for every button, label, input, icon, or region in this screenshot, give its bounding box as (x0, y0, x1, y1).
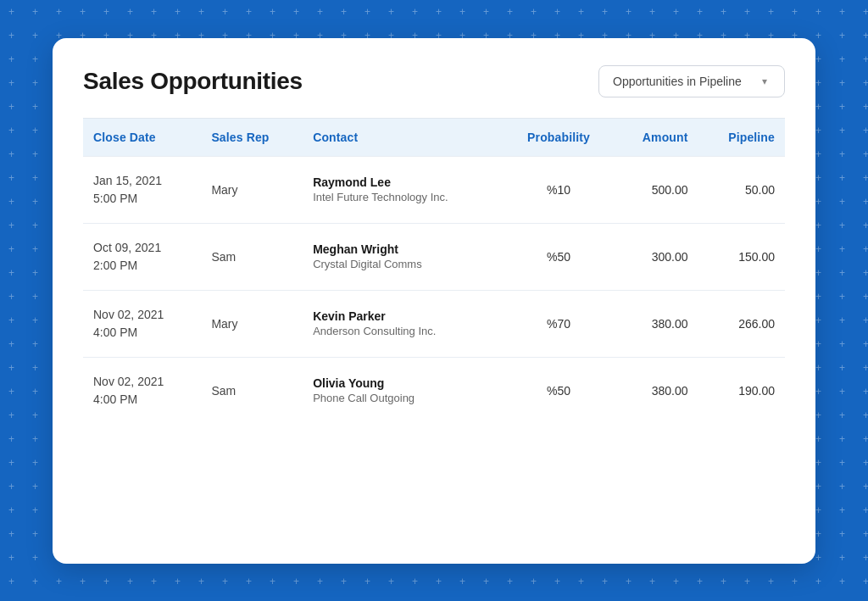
amount-value: 380.00 (652, 317, 688, 331)
cell-amount: 300.00 (613, 223, 698, 290)
col-pipeline[interactable]: Pipeline (698, 119, 785, 157)
cell-amount: 380.00 (613, 357, 698, 424)
sales-rep-value: Mary (211, 183, 237, 197)
cell-probability: %50 (504, 223, 612, 290)
contact-company-value: Phone Call Outgoing (313, 392, 494, 404)
probability-value: %50 (547, 250, 570, 264)
close-date-value: Oct 09, 20212:00 PM (93, 239, 191, 275)
probability-value: %70 (547, 317, 570, 331)
cell-sales-rep: Mary (201, 290, 303, 357)
pipeline-value: 190.00 (738, 384, 775, 398)
cell-amount: 380.00 (613, 290, 698, 357)
close-date-value: Nov 02, 20214:00 PM (93, 373, 191, 409)
cell-pipeline: 150.00 (698, 223, 785, 290)
col-contact[interactable]: Contact (303, 119, 504, 157)
close-date-value: Nov 02, 20214:00 PM (93, 306, 191, 342)
sales-rep-value: Mary (211, 317, 237, 331)
opportunities-table: Close Date Sales Rep Contact Probability… (83, 119, 785, 424)
sales-rep-value: Sam (211, 250, 236, 264)
cell-contact: Olivia Young Phone Call Outgoing (303, 357, 504, 424)
cell-amount: 500.00 (613, 156, 698, 223)
cell-pipeline: 266.00 (698, 290, 785, 357)
cell-sales-rep: Mary (201, 156, 303, 223)
col-probability[interactable]: Probability (504, 119, 612, 157)
amount-value: 300.00 (652, 250, 688, 264)
cell-probability: %50 (504, 357, 612, 424)
sales-rep-value: Sam (211, 384, 236, 398)
page-title: Sales Opportunities (83, 68, 303, 95)
table-body: Jan 15, 20215:00 PM Mary Raymond Lee Int… (83, 156, 785, 424)
table-row[interactable]: Nov 02, 20214:00 PM Sam Olivia Young Pho… (83, 357, 785, 424)
cell-contact: Raymond Lee Intel Future Technology Inc. (303, 156, 504, 223)
cell-probability: %10 (504, 156, 612, 223)
pipeline-dropdown[interactable]: Opportunities in Pipeline ▾ (598, 65, 785, 97)
pipeline-value: 50.00 (745, 183, 775, 197)
table-row[interactable]: Oct 09, 20212:00 PM Sam Meghan Wright Cr… (83, 223, 785, 290)
dropdown-label: Opportunities in Pipeline (613, 75, 742, 88)
amount-value: 500.00 (652, 183, 688, 197)
contact-name-value: Olivia Young (313, 376, 494, 390)
pipeline-value: 150.00 (738, 250, 775, 264)
table-header: Close Date Sales Rep Contact Probability… (83, 119, 785, 157)
pipeline-value: 266.00 (738, 317, 775, 331)
amount-value: 380.00 (652, 384, 688, 398)
cell-close-date: Nov 02, 20214:00 PM (83, 290, 201, 357)
cell-sales-rep: Sam (201, 357, 303, 424)
contact-name-value: Raymond Lee (313, 175, 494, 189)
card-header: Sales Opportunities Opportunities in Pip… (83, 65, 785, 97)
cell-contact: Meghan Wright Crystal Digital Comms (303, 223, 504, 290)
contact-name-value: Meghan Wright (313, 242, 494, 256)
close-date-value: Jan 15, 20215:00 PM (93, 172, 191, 208)
cell-pipeline: 50.00 (698, 156, 785, 223)
col-amount[interactable]: Amount (613, 119, 698, 157)
contact-company-value: Anderson Consulting Inc. (313, 325, 494, 337)
cell-probability: %70 (504, 290, 612, 357)
cell-contact: Kevin Parker Anderson Consulting Inc. (303, 290, 504, 357)
sales-opportunities-card: Sales Opportunities Opportunities in Pip… (53, 38, 815, 564)
contact-name-value: Kevin Parker (313, 309, 494, 323)
cell-pipeline: 190.00 (698, 357, 785, 424)
col-close-date[interactable]: Close Date (83, 119, 201, 157)
cell-sales-rep: Sam (201, 223, 303, 290)
cell-close-date: Nov 02, 20214:00 PM (83, 357, 201, 424)
probability-value: %10 (547, 183, 570, 197)
chevron-down-icon: ▾ (762, 75, 767, 87)
probability-value: %50 (547, 384, 570, 398)
cell-close-date: Jan 15, 20215:00 PM (83, 156, 201, 223)
cell-close-date: Oct 09, 20212:00 PM (83, 223, 201, 290)
table-row[interactable]: Nov 02, 20214:00 PM Mary Kevin Parker An… (83, 290, 785, 357)
table-row[interactable]: Jan 15, 20215:00 PM Mary Raymond Lee Int… (83, 156, 785, 223)
contact-company-value: Crystal Digital Comms (313, 258, 494, 270)
col-sales-rep[interactable]: Sales Rep (201, 119, 303, 157)
contact-company-value: Intel Future Technology Inc. (313, 191, 494, 203)
